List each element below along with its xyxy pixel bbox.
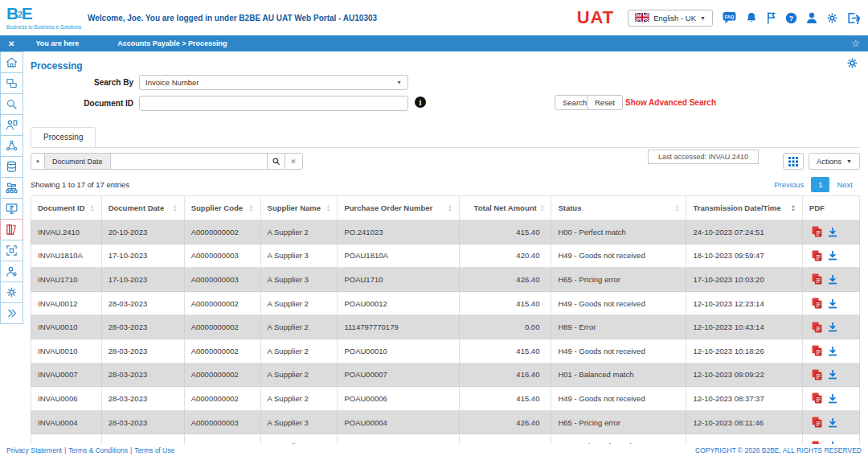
column-filter-group: ▼ Document Date ✕ [31,153,303,170]
footer-link-terms-conditions[interactable]: Terms & Conditions [68,446,128,454]
pdf-icon[interactable] [812,226,822,237]
sidebar-item-folder-tree[interactable] [0,177,23,199]
filter-value-input[interactable] [116,158,262,166]
sidebar-item-search[interactable] [0,93,23,115]
filter-dropdown-caret[interactable]: ▼ [31,153,45,170]
table-row[interactable]: INVAU001028-03-2023A0000000002A Supplier… [31,315,860,339]
sort-icon: ▲▼ [540,204,545,212]
actions-button[interactable]: Actions ▼ [809,153,860,170]
tab-processing[interactable]: Processing [31,127,96,147]
filter-search-icon[interactable] [267,153,285,170]
pagination-previous[interactable]: Previous [767,177,811,192]
table-cell: 28-03-2023 [101,339,184,363]
sidebar-item-qr-scan[interactable] [0,240,23,261]
workflow-icon [5,139,18,153]
column-header-status[interactable]: Status▲▼ [551,196,686,220]
sort-icon: ▲▼ [448,204,452,212]
pdf-icon[interactable] [812,417,822,428]
sidebar-item-workflow[interactable] [0,135,23,157]
sidebar-item-expand-sidebar[interactable] [0,302,23,324]
table-cell: POAU00010 [338,339,460,363]
pdf-cell [802,410,859,434]
column-header-transmission-date-time[interactable]: Transmission Date/Time▲▼ [686,196,802,220]
download-icon[interactable] [828,369,837,380]
sidebar-item-home[interactable] [0,51,23,73]
language-selector[interactable]: English - UK ▼ [628,10,713,27]
pdf-icon[interactable] [812,273,822,285]
pagination-next[interactable]: Next [829,177,860,192]
svg-text:FAQ: FAQ [725,14,735,19]
filter-clear-icon[interactable]: ✕ [285,153,303,170]
gear-icon[interactable] [826,12,838,24]
column-header-supplier-name[interactable]: Supplier Name▲▼ [260,196,338,220]
info-icon[interactable]: i [415,97,426,108]
reset-button[interactable]: Reset [587,95,623,110]
column-header-supplier-code[interactable]: Supplier Code▲▼ [184,196,260,220]
accounts-payable-icon [5,223,18,236]
chevron-down-icon: ▼ [846,158,852,164]
sidebar-item-packages[interactable] [0,72,23,94]
pdf-icon[interactable] [812,322,822,333]
faq-icon[interactable]: FAQ [722,11,737,24]
document-id-input[interactable] [139,96,408,111]
help-icon[interactable]: ? [785,12,797,24]
column-header-document-date[interactable]: Document Date▲▼ [101,196,184,220]
sidebar-item-settings-gear[interactable] [0,281,23,303]
pdf-icon[interactable] [812,298,822,309]
table-row[interactable]: INVAU.241020-10-2023A0000000002A Supplie… [31,220,860,244]
pdf-icon[interactable] [812,345,822,356]
download-icon[interactable] [828,393,837,404]
table-row[interactable]: INVAU171017-10-2023A0000000003A Supplier… [31,268,860,292]
pdf-cell [802,268,859,292]
sidebar-item-user-profile[interactable] [0,261,23,282]
table-cell: A Supplier 2 [260,363,338,387]
pagination-page-1[interactable]: 1 [811,177,829,192]
pdf-icon[interactable] [812,250,822,261]
table-cell: 12-10-2023 10:18:26 [686,339,802,363]
top-header: B2E Business to Business e-Solutions Wel… [0,0,868,35]
download-icon[interactable] [828,274,837,285]
table-cell: PO.241023 [338,220,460,244]
sidebar-item-monitor-report[interactable] [0,198,23,220]
favorite-star-icon[interactable]: ☆ [851,38,860,49]
download-icon[interactable] [828,346,837,356]
table-cell: 426.40 [459,410,551,434]
bell-icon[interactable] [746,11,757,24]
show-advanced-search-link[interactable]: Show Advanced Search [625,98,716,107]
footer-link-privacy-statement[interactable]: Privacy Statement [6,446,62,454]
sidebar-item-database[interactable] [0,156,23,178]
sort-icon: ▲▼ [173,204,178,212]
column-header-document-id[interactable]: Document ID▲▼ [31,196,102,220]
footer-link-terms-of-use[interactable]: Terms of Use [134,446,174,454]
page-settings-gear-icon[interactable] [846,57,858,72]
download-icon[interactable] [828,227,837,237]
close-icon[interactable]: ✕ [8,39,14,48]
table-row[interactable]: INVAU000428-03-2023A0000000003A Supplier… [31,410,860,434]
table-cell: POAU1810A [338,244,460,268]
sidebar-item-accounts-payable[interactable] [0,219,23,240]
chevron-down-icon: ▼ [396,80,402,85]
column-header-purchase-order-number[interactable]: Purchase Order Number▲▼ [338,196,460,220]
table-cell: H65 - Pricing error [551,410,686,434]
table-row[interactable]: INVAU001028-03-2023A0000000002A Supplier… [31,339,860,363]
table-cell: A Supplier 2 [260,315,338,339]
download-icon[interactable] [828,417,837,428]
table-row[interactable]: INVAU000728-03-2023A0000000002A Supplier… [31,363,860,387]
search-by-select[interactable]: Invoice Number ▼ [139,75,408,90]
logout-icon[interactable] [847,12,860,24]
pdf-icon[interactable] [812,392,822,404]
user-icon[interactable] [806,12,817,24]
download-icon[interactable] [828,322,837,332]
column-header-total-net-amount[interactable]: Total Net Amount▲▼ [459,196,551,220]
sidebar-item-user-tasks[interactable] [0,114,23,136]
download-icon[interactable] [828,298,837,309]
table-cell: A0000000003 [184,244,260,268]
expand-sidebar-icon [5,306,18,320]
download-icon[interactable] [828,250,837,261]
column-visibility-grid-icon[interactable] [783,153,804,170]
pdf-icon[interactable] [812,369,822,380]
table-row[interactable]: INVAU001228-03-2023A0000000002A Supplier… [31,291,860,315]
flag-icon[interactable] [766,11,776,24]
table-row[interactable]: INVAU1810A17-10-2023A0000000003A Supplie… [31,244,860,268]
table-row[interactable]: INVAU000628-03-2023A0000000002A Supplier… [31,387,860,411]
